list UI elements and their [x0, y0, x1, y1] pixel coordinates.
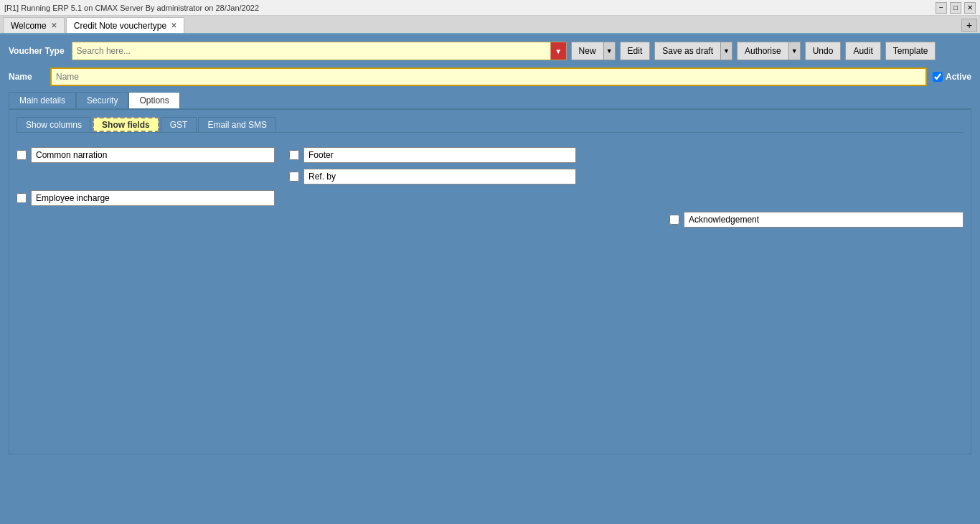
footer-label: Footer [308, 150, 334, 160]
sub-tab-show-fields[interactable]: Show fields [93, 117, 159, 132]
active-checkbox[interactable] [933, 72, 943, 82]
sub-tab-show-columns[interactable]: Show columns [17, 117, 91, 132]
common-narration-checkbox[interactable] [17, 150, 27, 160]
sub-tab-show-columns-label: Show columns [26, 120, 82, 130]
fields-area: Common narration Footer Ref. by [17, 140, 963, 235]
title-bar: [R1] Running ERP 5.1 on CMAX Server By a… [0, 0, 980, 16]
sub-tab-email-sms-label: Email and SMS [207, 120, 267, 130]
employee-incharge-label: Employee incharge [36, 193, 110, 203]
template-button[interactable]: Template [885, 42, 936, 60]
voucher-type-search: ▼ [72, 42, 567, 60]
sub-tab-gst-label: GST [170, 120, 188, 130]
tab-main-details[interactable]: Main details [9, 92, 76, 108]
tab-welcome[interactable]: Welcome ✕ [3, 17, 65, 33]
field-row-2: Ref. by [17, 169, 963, 184]
ref-by-textbox: Ref. by [303, 169, 576, 184]
tab-security-label: Security [87, 95, 118, 106]
edit-button[interactable]: Edit [620, 42, 651, 60]
tab-credit-note[interactable]: Credit Note vouchertype ✕ [66, 17, 184, 33]
employee-incharge-checkbox[interactable] [17, 193, 27, 203]
sub-tab-gst[interactable]: GST [161, 117, 197, 132]
section-tabs: Main details Security Options [9, 92, 971, 110]
authorise-button[interactable]: Authorise [737, 42, 789, 60]
main-content: Voucher Type ▼ New ▼ Edit Save as draft … [0, 34, 980, 462]
search-dropdown-button[interactable]: ▼ [550, 42, 566, 60]
common-narration-label: Common narration [36, 150, 107, 160]
ref-by-label: Ref. by [308, 172, 336, 182]
new-dropdown-button[interactable]: ▼ [604, 42, 616, 60]
authorise-button-group: Authorise ▼ [737, 42, 801, 60]
ref-by-checkbox[interactable] [289, 172, 299, 182]
footer-checkbox[interactable] [289, 150, 299, 160]
save-as-draft-button[interactable]: Save as draft [654, 42, 721, 60]
sub-tab-email-sms[interactable]: Email and SMS [198, 117, 276, 132]
audit-button[interactable]: Audit [845, 42, 880, 60]
name-row: Name Active [9, 67, 971, 86]
tab-welcome-close[interactable]: ✕ [51, 22, 57, 29]
field-row-1: Common narration Footer [17, 147, 963, 163]
undo-button[interactable]: Undo [805, 42, 842, 60]
authorise-dropdown-button[interactable]: ▼ [789, 42, 801, 60]
name-label: Name [9, 72, 44, 82]
new-button-group: New ▼ [571, 42, 616, 60]
footer-field: Footer [289, 147, 576, 163]
employee-incharge-field: Employee incharge [17, 190, 275, 206]
employee-incharge-textbox: Employee incharge [31, 190, 275, 206]
save-as-draft-dropdown-button[interactable]: ▼ [721, 42, 732, 60]
footer-textbox: Footer [303, 147, 576, 163]
acknowledgement-label: Acknowledgement [689, 215, 759, 225]
title-bar-text: [R1] Running ERP 5.1 on CMAX Server By a… [4, 4, 259, 12]
acknowledgement-field: Acknowledgement [669, 212, 963, 228]
close-button[interactable]: ✕ [964, 2, 976, 14]
title-bar-controls: − □ ✕ [936, 2, 976, 14]
search-input[interactable] [72, 42, 550, 60]
toolbar: Voucher Type ▼ New ▼ Edit Save as draft … [9, 42, 971, 60]
name-input[interactable] [50, 67, 927, 86]
tab-bar: Welcome ✕ Credit Note vouchertype ✕ + [0, 16, 980, 34]
field-row-3: Employee incharge [17, 190, 963, 206]
content-panel: Show columns Show fields GST Email and S… [9, 110, 971, 454]
tab-add-button[interactable]: + [961, 19, 977, 32]
minimize-button[interactable]: − [936, 2, 947, 14]
active-label: Active [946, 72, 971, 82]
acknowledgement-textbox: Acknowledgement [684, 212, 963, 228]
ref-by-field: Ref. by [289, 169, 576, 184]
maximize-button[interactable]: □ [950, 2, 961, 14]
new-button[interactable]: New [571, 42, 604, 60]
sub-tab-show-fields-label: Show fields [102, 120, 150, 130]
tab-options[interactable]: Options [128, 92, 179, 108]
save-as-draft-button-group: Save as draft ▼ [654, 42, 732, 60]
tab-security[interactable]: Security [76, 92, 128, 108]
voucher-type-label: Voucher Type [9, 46, 65, 56]
common-narration-textbox: Common narration [31, 147, 275, 163]
tab-credit-note-close[interactable]: ✕ [171, 22, 176, 29]
tab-options-label: Options [139, 95, 169, 106]
active-area: Active [933, 72, 971, 82]
common-narration-field: Common narration [17, 147, 275, 163]
tab-welcome-label: Welcome [11, 21, 47, 31]
acknowledgement-checkbox[interactable] [669, 215, 679, 225]
tab-credit-note-label: Credit Note vouchertype [74, 21, 166, 31]
acknowledgement-row: Acknowledgement [17, 212, 963, 228]
tab-main-details-label: Main details [19, 95, 65, 106]
sub-tabs: Show columns Show fields GST Email and S… [17, 117, 963, 133]
